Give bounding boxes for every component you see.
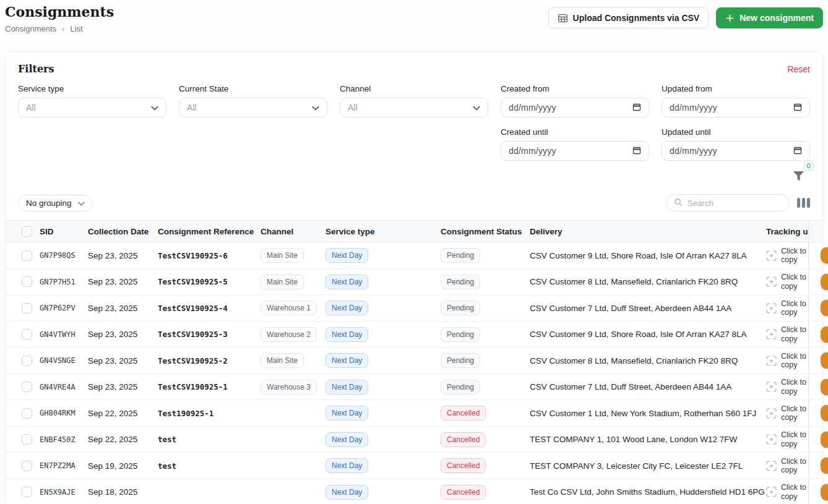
col-header-sid[interactable]: SID <box>40 227 88 236</box>
service-type-badge: Next Day <box>326 248 368 263</box>
created-from-input[interactable]: dd/mm/yyyy <box>501 98 649 117</box>
table-row[interactable]: GN7P62PVSep 23, 2025TestCSV190925-4Wareh… <box>6 295 822 322</box>
status-badge: Pending <box>441 275 480 289</box>
status-badge: Cancelled <box>441 485 486 500</box>
service-type-badge: Next Day <box>326 327 368 342</box>
table-toolbar: No grouping <box>18 189 810 220</box>
row-consignment-reference: TestCSV190925-5 <box>158 277 261 286</box>
col-header-service-type[interactable]: Service type <box>326 227 441 236</box>
service-type-value: All <box>26 103 36 113</box>
col-header-collection-date[interactable]: Collection Date <box>88 227 158 236</box>
updated-until-input[interactable]: dd/mm/yyyy <box>662 141 810 161</box>
service-type-badge: Next Day <box>326 458 368 473</box>
chevron-down-icon <box>78 199 85 208</box>
current-state-select[interactable]: All <box>179 98 327 117</box>
table-row[interactable]: ENBF450ZSep 22, 2025testNext DayCancelle… <box>6 427 822 453</box>
row-delivery: CSV Customer 8 Ltd, Mansefield, Crianlar… <box>530 277 766 286</box>
row-checkbox[interactable] <box>22 487 32 497</box>
copy-tracking-url-button[interactable]: Click to copy <box>766 295 809 321</box>
copy-icon <box>766 250 777 261</box>
calendar-icon <box>632 103 641 113</box>
table-row[interactable]: GN4VSNGESep 23, 2025TestCSV190925-2Main … <box>6 348 822 374</box>
channel-select[interactable]: All <box>340 98 488 117</box>
channel-value: All <box>348 103 358 113</box>
row-action-pill[interactable] <box>821 326 828 343</box>
table-row[interactable]: GN4VTWYHSep 23, 2025TestCSV190925-3Wareh… <box>6 322 822 348</box>
status-badge: Pending <box>441 327 480 342</box>
row-action-pill[interactable] <box>821 405 828 422</box>
copy-tracking-url-button[interactable]: Click to copy <box>766 400 809 426</box>
copy-tracking-url-button[interactable]: Click to copy <box>766 322 809 348</box>
grouping-select[interactable]: No grouping <box>18 195 93 211</box>
search-input[interactable] <box>688 199 774 208</box>
row-checkbox[interactable] <box>22 408 32 419</box>
row-action-pill[interactable] <box>821 352 828 369</box>
row-sid: EN7PZ2MA <box>40 461 88 470</box>
row-sid: GN7P98QS <box>40 251 88 260</box>
table-row[interactable]: EN7PZ2MASep 19, 2025testNext DayCancelle… <box>6 453 822 479</box>
row-checkbox[interactable] <box>22 303 32 314</box>
row-action-pill[interactable] <box>821 458 828 474</box>
copy-tracking-url-button[interactable]: Click to copy <box>766 242 809 268</box>
table-row[interactable]: GN7P7H51Sep 23, 2025TestCSV190925-5Main … <box>6 269 822 296</box>
col-header-consignment-reference[interactable]: Consignment Reference <box>158 227 261 236</box>
filter-funnel-button[interactable]: 0 <box>791 164 810 183</box>
table-row[interactable]: GH804RKMSep 22, 2025Test190925-1Next Day… <box>6 400 822 427</box>
copy-tracking-url-label: Click to copy <box>781 299 808 317</box>
row-action-pill[interactable] <box>821 431 828 448</box>
copy-tracking-url-button[interactable]: Click to copy <box>766 479 809 504</box>
row-consignment-reference: TestCSV190925-1 <box>158 382 261 391</box>
search-box[interactable] <box>666 194 790 211</box>
filters-title: Filters <box>18 63 54 75</box>
table-row[interactable]: GN7P98QSSep 23, 2025TestCSV190925-6Main … <box>6 242 822 269</box>
service-type-badge: Next Day <box>326 406 368 421</box>
copy-tracking-url-button[interactable]: Click to copy <box>766 348 809 374</box>
updated-from-input[interactable]: dd/mm/yyyy <box>662 98 810 117</box>
row-sid: GN7P7H51 <box>40 278 88 286</box>
copy-icon <box>766 408 777 419</box>
col-header-tracking-url[interactable]: Tracking url <box>766 221 809 242</box>
row-action-pill[interactable] <box>821 378 828 395</box>
reset-filters-link[interactable]: Reset <box>787 64 810 74</box>
copy-icon <box>766 276 777 287</box>
col-header-channel[interactable]: Channel <box>261 227 326 236</box>
created-until-input[interactable]: dd/mm/yyyy <box>501 141 649 161</box>
breadcrumb-list: List <box>70 24 82 33</box>
row-checkbox[interactable] <box>22 356 32 366</box>
upload-csv-button[interactable]: Upload Consignments via CSV <box>548 7 709 28</box>
copy-tracking-url-button[interactable]: Click to copy <box>766 427 809 453</box>
copy-tracking-url-button[interactable]: Click to copy <box>766 269 809 295</box>
col-header-consignment-status[interactable]: Consignment Status <box>441 227 530 236</box>
breadcrumb: Consignments › List <box>5 24 114 33</box>
row-checkbox[interactable] <box>22 250 32 261</box>
row-checkbox[interactable] <box>22 434 32 445</box>
row-action-pill[interactable] <box>821 273 828 290</box>
row-sid: EN5X9AJE <box>40 488 88 497</box>
copy-tracking-url-button[interactable]: Click to copy <box>766 374 809 400</box>
table-row[interactable]: EN5X9AJESep 18, 2025Next DayCancelledTes… <box>6 479 822 504</box>
status-badge: Pending <box>441 380 480 395</box>
column-settings-icon[interactable] <box>797 198 811 208</box>
row-checkbox[interactable] <box>22 461 32 471</box>
row-checkbox[interactable] <box>22 276 32 287</box>
row-action-pill[interactable] <box>821 300 828 317</box>
breadcrumb-consignments[interactable]: Consignments <box>5 24 56 33</box>
plus-icon <box>725 14 735 23</box>
current-state-value: All <box>187 103 197 113</box>
copy-tracking-url-button[interactable]: Click to copy <box>766 453 809 479</box>
col-header-delivery[interactable]: Delivery <box>530 227 766 236</box>
copy-tracking-url-label: Click to copy <box>781 325 808 343</box>
select-all-checkbox[interactable] <box>22 226 32 237</box>
row-consignment-reference: test <box>158 461 261 471</box>
created-until-label: Created until <box>501 127 649 137</box>
service-type-select[interactable]: All <box>18 98 166 117</box>
row-action-pill[interactable] <box>821 247 828 264</box>
new-consignment-button[interactable]: New consignment <box>716 7 823 28</box>
row-checkbox[interactable] <box>22 329 32 340</box>
breadcrumb-separator-icon: › <box>62 24 64 33</box>
row-checkbox[interactable] <box>22 382 32 392</box>
row-action-pill[interactable] <box>821 484 828 500</box>
table-row[interactable]: GN4VRE4ASep 23, 2025TestCSV190925-1Wareh… <box>6 374 822 401</box>
row-delivery: CSV Customer 8 Ltd, Mansefield, Crianlar… <box>530 356 766 365</box>
service-type-badge: Next Day <box>326 432 368 447</box>
